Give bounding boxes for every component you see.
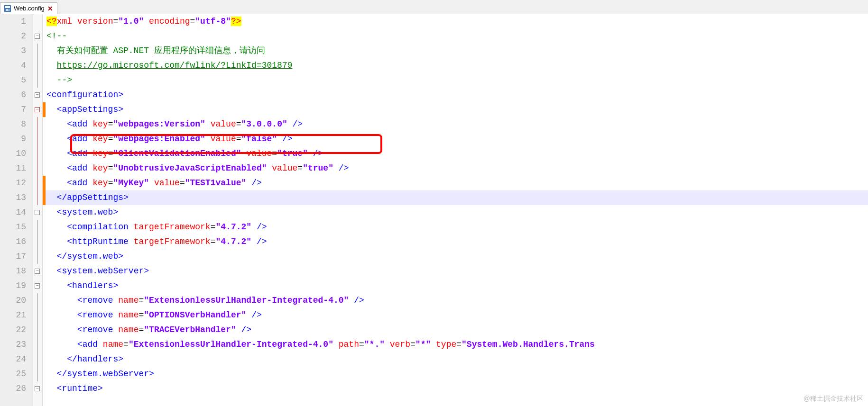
fold-column: − − − − − − − bbox=[33, 14, 43, 406]
code-line[interactable]: <add key="UnobtrusiveJavaScriptEnabled" … bbox=[46, 161, 868, 176]
line-number: 3 bbox=[0, 44, 26, 58]
save-disk-icon bbox=[4, 5, 11, 12]
line-number: 18 bbox=[0, 264, 26, 279]
svg-rect-3 bbox=[8, 9, 9, 10]
fold-toggle[interactable]: − bbox=[35, 283, 40, 289]
fold-toggle[interactable]: − bbox=[35, 107, 40, 112]
code-line[interactable]: <add key="MyKey" value="TEST1value" /> bbox=[46, 176, 868, 190]
svg-rect-1 bbox=[5, 6, 10, 8]
fold-toggle[interactable]: − bbox=[35, 92, 40, 98]
line-number: 12 bbox=[0, 176, 26, 190]
code-line[interactable]: </handlers> bbox=[46, 352, 868, 367]
code-line[interactable]: <system.web> bbox=[46, 205, 868, 220]
line-number: 14 bbox=[0, 205, 26, 220]
line-number: 10 bbox=[0, 146, 26, 161]
code-line[interactable]: --> bbox=[46, 73, 868, 88]
line-number: 26 bbox=[0, 381, 26, 396]
code-line[interactable]: <runtime> bbox=[46, 381, 868, 396]
tab-webconfig[interactable]: Web.config ✕ bbox=[0, 2, 57, 14]
line-number: 6 bbox=[0, 88, 26, 102]
code-line[interactable]: </system.web> bbox=[46, 249, 868, 264]
code-line[interactable]: <add name="ExtensionlessUrlHandler-Integ… bbox=[46, 337, 868, 352]
code-line[interactable]: <remove name="ExtensionlessUrlHandler-In… bbox=[46, 293, 868, 308]
line-number: 11 bbox=[0, 161, 26, 176]
code-line[interactable]: <add key="ClientValidationEnabled" value… bbox=[46, 146, 868, 161]
code-line[interactable]: <system.webServer> bbox=[46, 264, 868, 279]
line-number-gutter: 1 2 3 4 5 6 7 8 9 10 11 12 13 14 15 16 1… bbox=[0, 14, 33, 406]
line-number: 4 bbox=[0, 58, 26, 73]
code-line[interactable]: <compilation targetFramework="4.7.2" /> bbox=[46, 220, 868, 235]
code-area[interactable]: <?xml version="1.0" encoding="utf-8"?> <… bbox=[46, 14, 868, 406]
editor[interactable]: 1 2 3 4 5 6 7 8 9 10 11 12 13 14 15 16 1… bbox=[0, 14, 868, 406]
fold-toggle[interactable]: − bbox=[35, 386, 40, 391]
code-line[interactable]: <add key="webpages:Enabled" value="false… bbox=[46, 132, 868, 146]
line-number: 5 bbox=[0, 73, 26, 88]
line-number: 7 bbox=[0, 102, 26, 117]
line-number: 1 bbox=[0, 14, 26, 29]
code-line[interactable]: 有关如何配置 ASP.NET 应用程序的详细信息，请访问 bbox=[46, 44, 868, 58]
code-line[interactable]: https://go.microsoft.com/fwlink/?LinkId=… bbox=[46, 58, 868, 73]
line-number: 13 bbox=[0, 190, 26, 205]
tab-bar: Web.config ✕ bbox=[0, 0, 868, 14]
line-number: 8 bbox=[0, 117, 26, 132]
fold-toggle[interactable]: − bbox=[35, 34, 40, 39]
code-line[interactable]: </appSettings> bbox=[46, 190, 868, 205]
line-number: 24 bbox=[0, 352, 26, 367]
watermark: @稀土掘金技术社区 bbox=[803, 395, 863, 403]
line-number: 25 bbox=[0, 367, 26, 381]
line-number: 2 bbox=[0, 29, 26, 44]
line-number: 15 bbox=[0, 220, 26, 235]
line-number: 17 bbox=[0, 249, 26, 264]
code-line[interactable]: <remove name="OPTIONSVerbHandler" /> bbox=[46, 308, 868, 323]
close-icon[interactable]: ✕ bbox=[47, 5, 53, 12]
line-number: 16 bbox=[0, 235, 26, 249]
line-number: 22 bbox=[0, 323, 26, 337]
fold-toggle[interactable]: − bbox=[35, 269, 40, 274]
code-line[interactable]: <?xml version="1.0" encoding="utf-8"?> bbox=[46, 14, 868, 29]
code-line[interactable]: <!-- bbox=[46, 29, 868, 44]
code-line[interactable]: <handlers> bbox=[46, 279, 868, 293]
line-number: 19 bbox=[0, 279, 26, 293]
code-line[interactable]: <remove name="TRACEVerbHandler" /> bbox=[46, 323, 868, 337]
code-line[interactable]: <add key="webpages:Version" value="3.0.0… bbox=[46, 117, 868, 132]
code-line[interactable]: <appSettings> bbox=[46, 102, 868, 117]
code-line[interactable]: <configuration> bbox=[46, 88, 868, 102]
line-number: 20 bbox=[0, 293, 26, 308]
line-number: 9 bbox=[0, 132, 26, 146]
fold-toggle[interactable]: − bbox=[35, 210, 40, 215]
tab-title: Web.config bbox=[14, 5, 45, 12]
line-number: 23 bbox=[0, 337, 26, 352]
line-number: 21 bbox=[0, 308, 26, 323]
code-line[interactable]: </system.webServer> bbox=[46, 367, 868, 381]
code-line[interactable]: <httpRuntime targetFramework="4.7.2" /> bbox=[46, 235, 868, 249]
